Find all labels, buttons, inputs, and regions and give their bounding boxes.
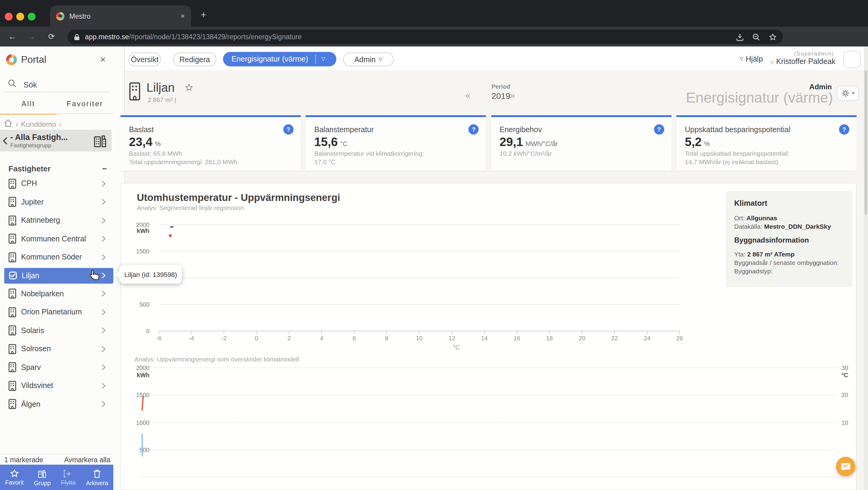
overview-button[interactable]: Översikt bbox=[128, 53, 161, 66]
report-title: Energisignatur (värme) bbox=[591, 89, 833, 106]
selected-group-row[interactable]: - Alla Fastigh... Fastighetsgrupp bbox=[0, 130, 112, 151]
favorite-star-icon[interactable] bbox=[184, 83, 193, 94]
move-icon bbox=[63, 469, 74, 478]
building-icon bbox=[8, 344, 16, 354]
kpi-cards: Baslast 23,4% Baslast: 65,8 MWh Total up… bbox=[121, 115, 857, 171]
group-action-button[interactable]: Grupp bbox=[34, 468, 51, 486]
chevron-left-icon[interactable] bbox=[2, 137, 8, 145]
new-tab-button[interactable]: + bbox=[201, 10, 207, 20]
sidebar-tab[interactable]: Allt bbox=[0, 99, 57, 115]
property-name: CPH bbox=[21, 179, 37, 188]
bookmark-star-icon[interactable] bbox=[769, 33, 777, 41]
admin-menu-button[interactable]: Admin ▽ bbox=[343, 53, 394, 66]
chevron-down-icon[interactable]: ▽ bbox=[321, 57, 325, 62]
sidebar-item-property[interactable]: Solrosen bbox=[0, 340, 113, 358]
checkbox-checked-icon[interactable] bbox=[9, 271, 17, 279]
user-menu[interactable]: ▽ Kristoffer Paldeak bbox=[739, 57, 835, 66]
browser-tab[interactable]: Mestro × bbox=[50, 5, 191, 27]
reload-icon[interactable]: ⟳ bbox=[48, 32, 55, 41]
chevron-right-icon[interactable] bbox=[101, 346, 106, 352]
zoom-out-icon[interactable] bbox=[752, 33, 760, 41]
sidebar-item-property[interactable]: CPH bbox=[0, 174, 113, 193]
screen: Mestro × + ← → ⟳ app.mestro.se /#portal/… bbox=[0, 0, 868, 490]
climate-info-panel: Klimatort Ort: Allgunnas Datakälla: Mest… bbox=[726, 191, 852, 287]
chevron-right-icon[interactable] bbox=[101, 236, 106, 242]
kpi-title: Balanstemperatur bbox=[314, 125, 478, 134]
chevron-right-icon[interactable] bbox=[101, 254, 106, 261]
sidebar-item-property[interactable]: Vildsvinet bbox=[0, 377, 113, 395]
intercom-chat-button[interactable] bbox=[836, 457, 855, 476]
chevron-right-icon[interactable] bbox=[101, 217, 106, 224]
climate-title: Klimatort bbox=[734, 199, 844, 208]
node-tooltip: Liljan (id: 139598) bbox=[119, 265, 182, 284]
period-value[interactable]: 2019 bbox=[480, 91, 522, 101]
report-settings-button[interactable]: ▾ bbox=[837, 86, 859, 101]
building-icon bbox=[8, 363, 16, 373]
property-name: Sparv bbox=[21, 363, 41, 372]
chevron-down-icon: ▽ bbox=[770, 60, 774, 65]
tab-close-icon[interactable]: × bbox=[181, 11, 185, 21]
sidebar-item-property[interactable]: Nobelparken bbox=[0, 285, 113, 303]
sidebar-item-property[interactable]: Katrineberg bbox=[0, 211, 113, 230]
collapse-icon[interactable]: − bbox=[102, 164, 107, 173]
group-type: Fastighetsgrupp bbox=[10, 142, 68, 148]
archive-action-button[interactable]: Arkivera bbox=[86, 468, 108, 486]
sidebar-item-property[interactable]: Solaris bbox=[0, 321, 113, 340]
search-input[interactable] bbox=[22, 79, 97, 90]
favorite-action-button[interactable]: Favorit bbox=[5, 469, 24, 486]
browser-tab-strip: Mestro × + bbox=[0, 0, 868, 27]
window-zoom-button[interactable] bbox=[28, 13, 36, 21]
help-icon[interactable]: ? bbox=[283, 124, 293, 135]
back-icon[interactable]: ← bbox=[8, 32, 16, 41]
chevron-right-icon[interactable] bbox=[101, 199, 106, 205]
sidebar-item-property[interactable]: Jupiter bbox=[0, 193, 113, 211]
window-minimize-button[interactable] bbox=[16, 13, 24, 21]
property-name: Solrosen bbox=[21, 345, 51, 353]
chevron-right-icon[interactable] bbox=[101, 364, 106, 371]
sidebar-tab[interactable]: Favoriter bbox=[57, 99, 113, 115]
chevron-right-icon[interactable] bbox=[101, 309, 106, 316]
deselect-all-button[interactable]: Avmarkera alla bbox=[64, 456, 110, 463]
report-select-button[interactable]: Energisignatur (värme) ▽ bbox=[223, 52, 336, 66]
trash-icon bbox=[93, 468, 101, 478]
building-icon bbox=[8, 289, 16, 299]
sidebar-search[interactable] bbox=[8, 79, 110, 90]
chevron-right-icon[interactable] bbox=[101, 180, 106, 187]
chevron-right-icon[interactable] bbox=[101, 291, 106, 297]
building-area: Yta: 2 867 m² ATemp bbox=[734, 250, 844, 258]
chevron-right-icon[interactable] bbox=[101, 401, 106, 408]
sidebar-item-property[interactable]: Kommunen Söder bbox=[0, 248, 113, 266]
sidebar-close-icon[interactable]: × bbox=[100, 54, 106, 65]
kpi-title: Uppskattad besparingspotential bbox=[685, 125, 848, 134]
edit-button[interactable]: Redigera bbox=[173, 53, 216, 66]
chevron-right-icon[interactable] bbox=[101, 272, 106, 279]
breadcrumb-item[interactable]: Kunddemo bbox=[21, 120, 56, 128]
period-next-button[interactable]: » bbox=[510, 90, 515, 100]
address-bar[interactable]: app.mestro.se /#portal/node/1/138423/138… bbox=[67, 30, 783, 44]
chevron-right-icon[interactable] bbox=[101, 382, 106, 389]
building-icon bbox=[8, 252, 16, 262]
period-previous-button[interactable]: « bbox=[465, 90, 470, 100]
action-label: Favorit bbox=[5, 479, 24, 486]
report-select-label: Energisignatur (värme) bbox=[231, 55, 308, 63]
forward-icon[interactable]: → bbox=[28, 32, 36, 41]
chart-title: Utomhustemperatur - Uppvärmningsenergi bbox=[137, 192, 340, 203]
kpi-detail: Baslast: 65,8 MWh bbox=[129, 149, 292, 157]
page-scrollbar-thumb[interactable] bbox=[864, 70, 867, 215]
property-building-icon bbox=[129, 82, 141, 103]
chevron-right-icon[interactable] bbox=[101, 327, 106, 334]
help-icon[interactable]: ? bbox=[654, 124, 664, 135]
home-icon[interactable] bbox=[4, 119, 13, 129]
sidebar-item-property[interactable]: Älgen bbox=[0, 395, 113, 413]
sidebar-item-property[interactable]: Orion Planetarium bbox=[0, 303, 113, 321]
user-avatar-placeholder[interactable] bbox=[843, 51, 861, 68]
sidebar-item-property[interactable]: Kommunen Central bbox=[0, 230, 113, 248]
kpi-detail: 14,7 MWh/år (ej inräknat baslast) bbox=[685, 157, 848, 166]
sidebar-item-property[interactable]: Sparv bbox=[0, 358, 113, 377]
superadmin-badge: (Superadmin) bbox=[774, 51, 834, 57]
section-label: Fastigheter bbox=[8, 164, 51, 173]
window-close-button[interactable] bbox=[5, 13, 13, 21]
download-icon[interactable] bbox=[736, 33, 744, 41]
property-name: Kommunen Söder bbox=[21, 253, 82, 262]
help-icon[interactable]: ? bbox=[839, 124, 849, 135]
